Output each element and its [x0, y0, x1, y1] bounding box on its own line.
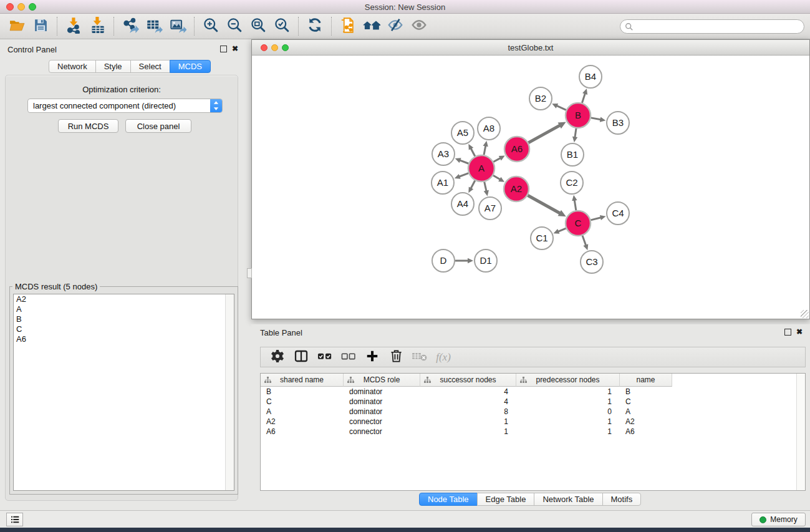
delete-button[interactable] — [384, 349, 408, 366]
graph-node-A8[interactable]: A8 — [478, 117, 500, 140]
graph-node-B4[interactable]: B4 — [579, 65, 602, 88]
graph-node-A2[interactable]: A2 — [504, 177, 529, 201]
add-button[interactable] — [360, 349, 384, 366]
run-mcds-button[interactable]: Run MCDS — [58, 119, 118, 133]
tab-style[interactable]: Style — [95, 60, 131, 73]
graph-node-C[interactable]: C — [566, 211, 591, 236]
network-window-titlebar[interactable]: testGlobe.txt — [252, 40, 809, 56]
columns-button[interactable] — [289, 349, 313, 366]
graph-node-D[interactable]: D — [432, 249, 455, 272]
zoom-in-button[interactable] — [199, 16, 223, 37]
table-cell: A — [261, 407, 344, 417]
table-row[interactable]: Bdominator41B — [261, 387, 796, 397]
export-image-button[interactable] — [166, 16, 190, 37]
hide-selected-button[interactable] — [383, 16, 407, 37]
zoom-out-button[interactable] — [223, 16, 246, 37]
float-panel-icon[interactable] — [220, 46, 227, 52]
graph-node-D1[interactable]: D1 — [475, 249, 497, 272]
graph-node-C1[interactable]: C1 — [531, 227, 553, 249]
graph-node-C3[interactable]: C3 — [581, 251, 603, 273]
table-tab-network-table[interactable]: Network Table — [534, 493, 602, 506]
graph-node-A6[interactable]: A6 — [504, 137, 529, 162]
graph-node-B[interactable]: B — [566, 103, 591, 128]
column-header-mcds-role[interactable]: MCDS role — [344, 374, 420, 387]
network-canvas[interactable]: B4B2BB3A8A5A6A3B1AA1C2A2A4A7C4CC1C3DD1 — [252, 56, 809, 319]
close-table-panel-icon[interactable]: ✖ — [796, 327, 803, 336]
graph-edge-B-B2 — [557, 105, 566, 110]
delete-icon — [389, 349, 403, 365]
graph-node-B3[interactable]: B3 — [607, 112, 629, 134]
column-header-name[interactable]: name — [620, 374, 672, 387]
export-table-button[interactable] — [142, 16, 166, 37]
mcds-list-scrollbar[interactable] — [225, 294, 234, 490]
open-file-button[interactable] — [5, 16, 29, 37]
close-panel-icon[interactable]: ✖ — [232, 44, 238, 53]
graph-node-A5[interactable]: A5 — [451, 122, 474, 144]
column-header-predecessor-nodes[interactable]: predecessor nodes — [516, 374, 620, 387]
table-scrollbar[interactable] — [796, 374, 805, 490]
settings-button[interactable] — [266, 349, 289, 366]
tab-network[interactable]: Network — [49, 60, 96, 73]
graph-node-A3[interactable]: A3 — [432, 143, 455, 165]
table-row[interactable]: A6connector11A6 — [261, 427, 796, 437]
status-bar: Memory — [0, 510, 810, 528]
graph-node-B2[interactable]: B2 — [529, 87, 552, 110]
node-label: D1 — [480, 255, 491, 266]
zoom-fit-button[interactable] — [246, 16, 270, 37]
mcds-result-item[interactable]: A2 — [14, 294, 234, 304]
mcds-result-item[interactable]: A6 — [14, 334, 234, 344]
mcds-result-item[interactable]: A — [14, 304, 234, 314]
zoom-selected-button[interactable] — [270, 16, 294, 37]
table-tab-edge-table[interactable]: Edge Table — [477, 493, 535, 506]
memory-status-icon — [759, 516, 766, 523]
table-row[interactable]: Cdominator41C — [261, 397, 796, 407]
column-header-shared-name[interactable]: shared name — [261, 374, 344, 387]
search-box[interactable] — [620, 19, 804, 34]
export-network-icon — [122, 17, 139, 36]
task-history-button[interactable] — [6, 513, 23, 526]
table-row[interactable]: Adominator80A — [261, 407, 796, 417]
table-tab-motifs[interactable]: Motifs — [602, 493, 642, 506]
optimization-criterion-select[interactable]: largest connected component (directed) — [27, 99, 223, 113]
save-session-button[interactable] — [29, 16, 52, 37]
tab-select[interactable]: Select — [130, 60, 170, 73]
tab-mcds[interactable]: MCDS — [170, 60, 211, 73]
table-cell: B — [261, 387, 344, 397]
mcds-result-item[interactable]: C — [14, 324, 234, 334]
table-tab-node-table[interactable]: Node Table — [419, 493, 478, 506]
node-label: B — [575, 110, 581, 120]
import-network-button[interactable] — [62, 16, 85, 37]
table-cell: connector — [344, 427, 420, 437]
graph-node-C2[interactable]: C2 — [561, 172, 583, 194]
search-input[interactable] — [636, 21, 804, 32]
graph-node-A[interactable]: A — [468, 155, 494, 181]
graph-node-A4[interactable]: A4 — [451, 193, 474, 215]
mcds-result-list[interactable]: A2ABCA6 — [13, 294, 234, 491]
graph-node-A1[interactable]: A1 — [432, 172, 454, 194]
graph-edge-C-C1 — [558, 228, 566, 231]
deselect-all-button[interactable] — [337, 349, 360, 366]
window-resize-gripper[interactable] — [801, 310, 809, 318]
panel-splitter-handle[interactable] — [247, 268, 252, 278]
refresh-button[interactable] — [303, 16, 327, 37]
mcds-tab-content: Optimization criterion: largest connecte… — [5, 75, 238, 501]
import-table-button[interactable] — [85, 16, 109, 37]
list-icon — [9, 514, 21, 525]
graph-node-C4[interactable]: C4 — [607, 202, 629, 225]
graph-node-B1[interactable]: B1 — [561, 143, 584, 166]
show-all-networks-button[interactable] — [360, 16, 383, 37]
zoom-selected-icon — [274, 17, 291, 36]
mcds-result-item[interactable]: B — [14, 314, 234, 324]
select-all-button[interactable] — [313, 349, 337, 366]
graph-node-A7[interactable]: A7 — [479, 197, 501, 220]
export-network-button[interactable] — [118, 16, 142, 37]
new-network-from-file-button[interactable] — [336, 16, 360, 37]
table-row[interactable]: A2connector11A2 — [261, 417, 796, 427]
close-panel-button[interactable]: Close panel — [125, 119, 191, 133]
float-table-panel-icon[interactable] — [784, 329, 791, 336]
edge-arrowhead — [455, 174, 461, 179]
show-hidden-button[interactable] — [407, 16, 431, 37]
column-type-icon — [520, 377, 527, 385]
column-header-successor-nodes[interactable]: successor nodes — [420, 374, 516, 387]
memory-button[interactable]: Memory — [751, 513, 806, 526]
